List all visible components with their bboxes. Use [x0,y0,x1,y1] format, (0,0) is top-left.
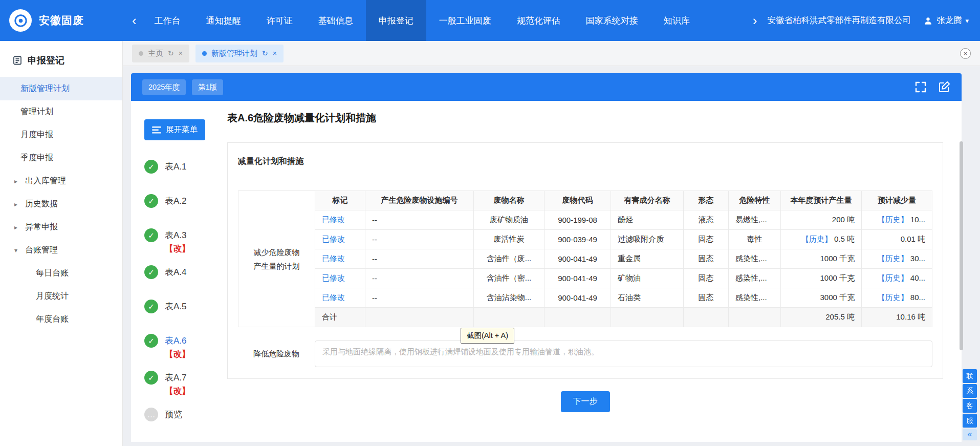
history-link[interactable]: 【历史】 [878,293,908,302]
step-item-a2[interactable]: ✓ 表A.2 [144,194,222,208]
chevron-right-icon: ▸ [14,201,20,208]
sidebar-item-new-management-plan[interactable]: 新版管理计划 [0,77,122,100]
tab-home[interactable]: 主页 ↻ × [132,45,189,62]
version-banner: 2025年度 第1版 [131,73,962,101]
nav-item-national-system[interactable]: 国家系统对接 [573,0,651,41]
close-icon[interactable]: × [179,49,183,57]
total-row: 合计 205.5 吨 10.16 吨 [238,308,932,327]
sidebar-menu: 新版管理计划 管理计划 月度申报 季度申报 ▸出入库管理 ▸历史数据 ▸异常申报… [0,77,122,331]
col-header-expected-reduction: 预计减少量 [862,191,932,210]
nav-back-chevron-icon[interactable]: ‹ [127,0,142,41]
history-link[interactable]: 【历史】 [878,254,908,263]
sidebar-item-monthly-statistics[interactable]: 月度统计 [0,285,122,308]
table-row: 已修改 -- 废活性炭 900-039-49 过滤吸附介质 固态 毒性 【历史】… [238,230,932,249]
nav-item-industrial-solid-waste[interactable]: 一般工业固废 [426,0,504,41]
tab-status-dot [139,51,143,56]
close-all-tabs-button[interactable]: × [960,48,971,59]
nav-item-basic-info[interactable]: 基础信息 [306,0,366,41]
user-icon [923,16,933,26]
close-icon: × [964,50,968,57]
app-logo-icon [9,9,32,32]
main-nav: 工作台 通知提醒 许可证 基础信息 申报登记 一般工业固废 规范化评估 国家系统… [142,0,703,41]
nav-item-knowledge-base[interactable]: 知识库 [651,0,703,41]
hazard-reduction-row: 降低危险废物 采用与地面绝缘隔离，使用钢板进行满焊铺设地面及使用专用输油管道，积… [238,341,932,367]
row-group-label: 降低危险废物 [238,349,315,359]
step-item-a1[interactable]: ✓ 表A.1 [144,160,222,174]
nav-item-license[interactable]: 许可证 [254,0,306,41]
check-circle-icon: ✓ [144,300,158,313]
step-item-a7[interactable]: ✓ 表A.7 【改】 [144,371,222,397]
refresh-icon[interactable]: ↻ [168,49,174,57]
sidebar-header: 申报登记 [0,41,122,67]
sidebar-item-annual-ledger[interactable]: 年度台账 [0,308,122,331]
step-item-a5[interactable]: ✓ 表A.5 [144,300,222,313]
section-title: 减量化计划和措施 [238,156,932,167]
row-group-label: 减少危险废物产生量的计划 [238,191,315,327]
version-badge[interactable]: 第1版 [192,79,223,95]
nav-forward-chevron-icon[interactable]: › [748,0,763,41]
tab-label: 新版管理计划 [211,49,257,58]
refresh-icon[interactable]: ↻ [262,49,268,57]
total-label: 合计 [315,308,365,327]
contact-service-button[interactable]: 联 系 客 服 [963,369,977,428]
reduction-measures-textarea[interactable]: 采用与地面绝缘隔离，使用钢板进行满焊铺设地面及使用专用输油管道，积油池。 [315,341,932,367]
col-header-waste-code: 废物代码 [545,191,611,210]
table-row: 已修改 -- 含油件（废... 900-041-49 重金属 固态 感染性,..… [238,249,932,269]
edit-icon[interactable] [938,81,950,93]
form-title: 表A.6危险废物减量化计划和措施 [227,111,943,125]
sidebar-title: 申报登记 [28,54,64,67]
total-reduction: 10.16 吨 [862,308,932,327]
menu-icon [152,126,161,134]
modified-link[interactable]: 已修改 [322,254,345,263]
sidebar-item-daily-ledger[interactable]: 每日台账 [0,262,122,285]
modified-link[interactable]: 已修改 [322,293,345,302]
caret-down-icon: ▾ [965,17,969,25]
sidebar-item-quarterly-declaration[interactable]: 季度申报 [0,146,122,169]
tab-status-dot [202,51,207,56]
steps-panel: 展开菜单 ✓ 表A.1 ✓ 表A.2 ✓ [131,101,222,442]
col-header-expected-amount: 本年度预计产生量 [781,191,862,210]
chevron-down-icon: ▾ [14,247,20,254]
modified-link[interactable]: 已修改 [322,273,345,282]
modified-link[interactable]: 已修改 [322,215,345,224]
nav-item-declaration[interactable]: 申报登记 [366,0,426,41]
expand-menu-button[interactable]: 展开菜单 [144,119,205,140]
collapse-button[interactable]: « [963,429,977,440]
sidebar-item-ledger-management[interactable]: ▾台账管理 [0,239,122,262]
nav-item-standardization-assessment[interactable]: 规范化评估 [504,0,573,41]
year-badge[interactable]: 2025年度 [142,79,186,95]
header-row: 减少危险废物产生量的计划 标记 产生危险废物设施编号 废物名称 废物代码 有害成… [238,191,932,210]
nav-item-notifications[interactable]: 通知提醒 [193,0,254,41]
modified-link[interactable]: 已修改 [322,235,345,243]
app-title: 安徽固废 [39,13,84,28]
reduction-plan-table: 减少危险废物产生量的计划 标记 产生危险废物设施编号 废物名称 废物代码 有害成… [238,190,932,327]
sidebar-item-management-plan[interactable]: 管理计划 [0,100,122,123]
step-item-a6[interactable]: ✓ 表A.6 【改】 [144,334,222,360]
tab-new-management-plan[interactable]: 新版管理计划 ↻ × [195,45,284,62]
sidebar-item-abnormal-declaration[interactable]: ▸异常申报 [0,216,122,239]
form-icon [12,55,23,66]
check-circle-icon: ✓ [144,265,158,279]
user-menu[interactable]: 张龙腾 ▾ [923,15,969,26]
step-item-a4[interactable]: ✓ 表A.4 [144,265,222,279]
fullscreen-icon[interactable] [914,81,927,93]
sidebar-item-monthly-declaration[interactable]: 月度申报 [0,123,122,146]
history-link[interactable]: 【历史】 [801,235,832,243]
history-link[interactable]: 【历史】 [878,273,908,282]
step-item-preview[interactable]: … 预览 [144,408,222,421]
form-area: 表A.6危险废物减量化计划和措施 减量化计划和措施 减少危险废物产生量的计划 [222,101,962,442]
brand: 安徽固废 [0,9,127,32]
step-item-a3[interactable]: ✓ 表A.3 【改】 [144,228,222,254]
sidebar-item-historical-data[interactable]: ▸历史数据 [0,193,122,216]
next-step-button[interactable]: 下一步 [561,391,610,412]
sidebar-item-inventory-management[interactable]: ▸出入库管理 [0,169,122,193]
top-nav: 安徽固废 ‹ 工作台 通知提醒 许可证 基础信息 申报登记 一般工业固废 规范化… [0,0,980,41]
col-header-waste-name: 废物名称 [474,191,545,210]
scrollbar[interactable] [960,141,963,350]
company-name: 安徽省柏科洪武零部件再制造有限公司 [767,15,911,26]
nav-item-workbench[interactable]: 工作台 [142,0,193,41]
close-icon[interactable]: × [273,49,277,57]
check-circle-icon: ✓ [144,228,158,242]
check-circle-icon: ✓ [144,371,158,385]
history-link[interactable]: 【历史】 [878,215,908,224]
